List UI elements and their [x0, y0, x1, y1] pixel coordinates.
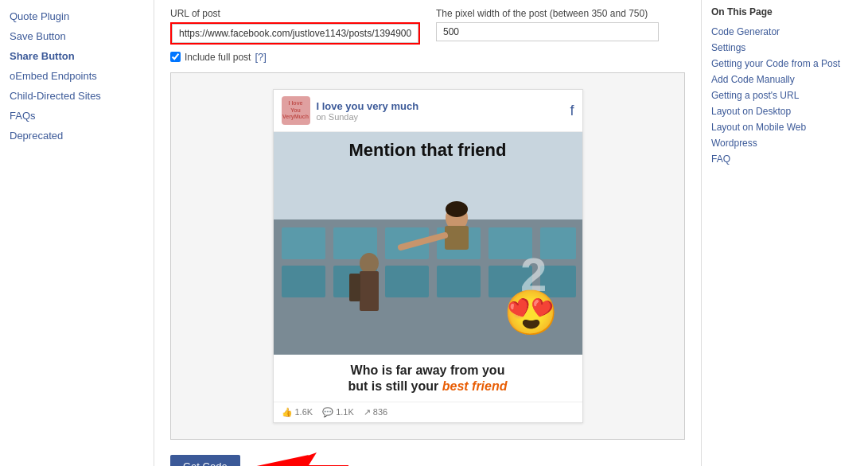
right-sidebar: On This Page Code Generator Settings Get… — [701, 0, 868, 466]
right-link-settings[interactable]: Settings — [711, 40, 858, 56]
svg-rect-20 — [360, 271, 379, 311]
comments-count: 1.1K — [336, 407, 354, 417]
url-input-border — [170, 22, 420, 45]
post-card: I loveYouVeryMuch I love you very much o… — [273, 89, 583, 423]
likes-count: 1.6K — [295, 407, 313, 417]
url-input[interactable] — [172, 24, 418, 43]
svg-rect-11 — [437, 266, 481, 297]
main-content: URL of post The pixel width of the post … — [154, 0, 701, 466]
right-link-wordpress[interactable]: Wordpress — [711, 135, 858, 151]
shares-icon: ↗ — [364, 407, 371, 417]
arrow-svg — [253, 451, 348, 466]
post-page-name: I love you very much — [317, 100, 564, 112]
include-full-post-checkbox[interactable] — [170, 52, 181, 62]
on-this-page-title: On This Page — [711, 6, 858, 17]
svg-marker-23 — [277, 452, 348, 466]
post-likes: 👍 1.6K — [282, 407, 313, 417]
post-preview-area: I loveYouVeryMuch I love you very much o… — [170, 72, 685, 440]
post-avatar: I loveYouVeryMuch — [282, 96, 310, 125]
sidebar-item-save-button[interactable]: Save Button — [0, 26, 154, 46]
post-bottom-text: Who is far away from you but is still yo… — [274, 355, 582, 402]
sidebar-item-oembed[interactable]: oEmbed Endpoints — [0, 66, 154, 86]
svg-rect-10 — [385, 266, 429, 297]
arrow-indicator — [253, 451, 348, 466]
post-date: on Sunday — [317, 112, 564, 122]
comments-icon: 💬 — [322, 407, 333, 417]
url-label: URL of post — [170, 8, 420, 19]
svg-point-19 — [360, 253, 379, 274]
post-title-text: Mention that friend — [274, 140, 582, 161]
include-full-post-row: Include full post [?] — [170, 51, 685, 63]
post-bottom-line2: but is still your best friend — [283, 379, 573, 394]
help-link[interactable]: [?] — [255, 51, 266, 63]
width-input[interactable] — [436, 22, 659, 41]
post-image: Mention that friend — [274, 132, 582, 355]
post-bottom-line2-text: but is still your — [348, 379, 438, 393]
svg-rect-17 — [445, 226, 469, 250]
right-link-layout-desktop[interactable]: Layout on Desktop — [711, 103, 858, 119]
pixel-label: The pixel width of the post (between 350… — [436, 8, 659, 19]
sidebar-item-share-button[interactable]: Share Button — [0, 46, 154, 66]
facebook-icon: f — [570, 103, 574, 119]
svg-rect-8 — [282, 266, 325, 297]
sidebar-item-quote-plugin[interactable]: Quote Plugin — [0, 6, 154, 26]
right-link-getting-url[interactable]: Getting a post's URL — [711, 87, 858, 103]
post-bottom-line1: Who is far away from you — [283, 363, 573, 379]
get-code-button[interactable]: Get Code — [170, 455, 240, 466]
sidebar-item-faqs[interactable]: FAQs — [0, 106, 154, 126]
likes-icon: 👍 — [282, 407, 293, 417]
form-row: URL of post The pixel width of the post … — [170, 8, 685, 45]
emoji-face: 😍 — [504, 287, 559, 339]
svg-point-16 — [446, 201, 468, 217]
shares-count: 836 — [373, 407, 387, 417]
post-header: I loveYouVeryMuch I love you very much o… — [274, 90, 582, 132]
action-row: Get Code — [170, 451, 685, 466]
include-full-post-label: Include full post — [185, 52, 251, 63]
sidebar-item-deprecated[interactable]: Deprecated — [0, 126, 154, 146]
right-link-code-generator[interactable]: Code Generator — [711, 24, 858, 40]
right-link-layout-mobile[interactable]: Layout on Mobile Web — [711, 119, 858, 135]
sidebar-item-child-directed[interactable]: Child-Directed Sites — [0, 86, 154, 106]
svg-rect-2 — [282, 227, 325, 259]
post-footer: 👍 1.6K 💬 1.1K ↗ 836 — [274, 402, 582, 422]
post-best-friend-highlight: best friend — [442, 379, 508, 393]
post-page-info: I love you very much on Sunday — [317, 100, 564, 122]
right-link-add-code[interactable]: Add Code Manually — [711, 72, 858, 87]
post-shares: ↗ 836 — [364, 407, 387, 417]
url-field-group: URL of post — [170, 8, 420, 45]
svg-rect-21 — [349, 274, 360, 301]
right-link-faq[interactable]: FAQ — [711, 151, 858, 167]
post-comments: 💬 1.1K — [322, 407, 354, 417]
right-link-getting-code[interactable]: Getting your Code from a Post — [711, 56, 858, 72]
width-field-group: The pixel width of the post (between 350… — [436, 8, 659, 41]
left-sidebar: Quote Plugin Save Button Share Button oE… — [0, 0, 154, 466]
